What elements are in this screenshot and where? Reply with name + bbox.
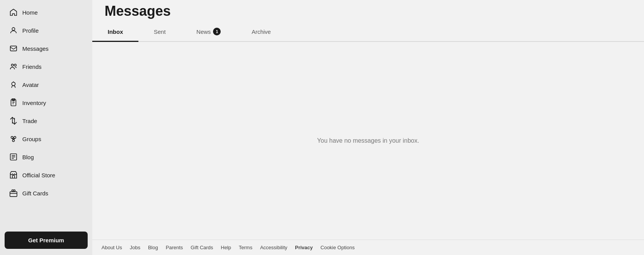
sidebar-nav: Home Profile Messages Friends — [0, 0, 92, 228]
sidebar-item-label: Avatar — [22, 82, 39, 88]
sidebar-item-friends[interactable]: Friends — [2, 58, 90, 75]
messages-icon — [8, 43, 18, 53]
tab-news-label: News — [196, 28, 211, 35]
svg-point-2 — [12, 64, 14, 67]
footer-link-terms[interactable]: Terms — [239, 245, 252, 250]
footer-link-parents[interactable]: Parents — [166, 245, 183, 250]
footer-link-blog[interactable]: Blog — [148, 245, 158, 250]
sidebar-item-gift-cards[interactable]: Gift Cards — [2, 184, 90, 202]
tab-archive[interactable]: Archive — [236, 22, 286, 42]
sidebar-item-home[interactable]: Home — [2, 3, 90, 21]
svg-point-3 — [14, 64, 17, 67]
tab-inbox-label: Inbox — [108, 28, 123, 35]
tab-sent[interactable]: Sent — [138, 22, 181, 42]
store-icon — [8, 170, 18, 180]
svg-point-4 — [12, 82, 15, 86]
footer-link-help[interactable]: Help — [221, 245, 231, 250]
sidebar-item-profile[interactable]: Profile — [2, 22, 90, 39]
sidebar-item-label: Official Store — [22, 172, 55, 178]
sidebar-item-groups[interactable]: Groups — [2, 130, 90, 148]
footer-link-cookie-options[interactable]: Cookie Options — [321, 245, 355, 250]
main-content: Messages Inbox Sent News 1 Archive You h… — [92, 0, 644, 255]
sidebar-item-label: Gift Cards — [22, 190, 48, 197]
footer-link-accessibility[interactable]: Accessibility — [260, 245, 287, 250]
svg-point-8 — [12, 140, 15, 142]
news-badge: 1 — [213, 28, 221, 35]
sidebar-item-trade[interactable]: Trade — [2, 112, 90, 130]
get-premium-button[interactable]: Get Premium — [5, 232, 88, 249]
sidebar-item-label: Groups — [22, 136, 41, 142]
groups-icon — [8, 134, 18, 144]
sidebar-item-label: Messages — [22, 45, 48, 52]
svg-point-7 — [14, 137, 16, 139]
inventory-icon — [8, 98, 18, 108]
sidebar-item-label: Profile — [22, 27, 39, 34]
profile-icon — [8, 25, 18, 35]
sidebar-item-messages[interactable]: Messages — [2, 40, 90, 57]
svg-point-0 — [12, 28, 15, 30]
tab-news[interactable]: News 1 — [181, 22, 236, 42]
sidebar-item-label: Inventory — [22, 100, 46, 106]
sidebar-item-avatar[interactable]: Avatar — [2, 76, 90, 93]
tab-archive-label: Archive — [251, 28, 271, 35]
sidebar-item-blog[interactable]: Blog — [2, 148, 90, 166]
svg-rect-19 — [10, 192, 17, 197]
sidebar-item-label: Friends — [22, 63, 42, 70]
blog-icon — [8, 152, 18, 162]
trade-icon — [8, 116, 18, 126]
empty-message: You have no messages in your inbox. — [317, 137, 419, 144]
footer-link-jobs[interactable]: Jobs — [130, 245, 140, 250]
sidebar: Home Profile Messages Friends — [0, 0, 92, 255]
sidebar-item-label: Trade — [22, 118, 37, 124]
inbox-empty-state: You have no messages in your inbox. — [92, 42, 644, 240]
footer-link-privacy[interactable]: Privacy — [295, 245, 313, 250]
svg-point-6 — [11, 137, 13, 139]
sidebar-item-inventory[interactable]: Inventory — [2, 94, 90, 112]
avatar-icon — [8, 80, 18, 90]
svg-rect-1 — [10, 46, 17, 51]
tabs-bar: Inbox Sent News 1 Archive — [92, 22, 644, 42]
friends-icon — [8, 62, 18, 72]
footer-link-about-us[interactable]: About Us — [102, 245, 122, 250]
sidebar-item-label: Blog — [22, 154, 34, 160]
tab-sent-label: Sent — [154, 28, 166, 35]
footer: About Us Jobs Blog Parents Gift Cards He… — [92, 240, 644, 255]
footer-link-gift-cards[interactable]: Gift Cards — [191, 245, 213, 250]
home-icon — [8, 7, 18, 17]
page-title: Messages — [105, 3, 632, 22]
sidebar-item-label: Home — [22, 9, 38, 16]
sidebar-item-official-store[interactable]: Official Store — [2, 166, 90, 184]
giftcard-icon — [8, 188, 18, 198]
tab-inbox[interactable]: Inbox — [92, 22, 138, 42]
page-header: Messages — [92, 0, 644, 22]
